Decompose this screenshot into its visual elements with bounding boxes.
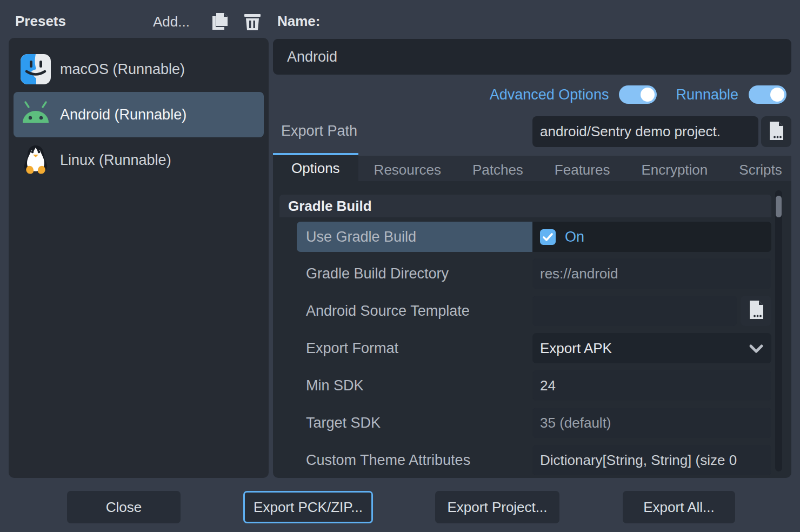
export-dialog: Presets Add...	[0, 0, 800, 532]
property-row-android-source-template: Android Source Template	[279, 296, 771, 326]
property-label: Use Gradle Build	[306, 222, 416, 252]
preset-item-android[interactable]: Android (Runnable)	[14, 92, 264, 137]
preset-name-value: Android	[287, 49, 337, 65]
property-row-gradle-build-directory: Gradle Build Directory res://android	[279, 258, 771, 289]
duplicate-preset-button[interactable]	[209, 11, 230, 32]
property-row-min-sdk: Min SDK 24	[279, 370, 771, 401]
property-label: Export Format	[306, 333, 398, 363]
toggle-knob	[770, 88, 784, 102]
field-value: Dictionary[String, String] (size 0	[540, 452, 737, 469]
export-pck-zip-button[interactable]: Export PCK/ZIP...	[243, 491, 373, 523]
preset-list: macOS (Runnable) Android (Runnable)	[9, 38, 269, 478]
property-label: Gradle Build Directory	[306, 258, 449, 289]
tab-resources[interactable]: Resources	[358, 156, 457, 184]
property-label: Android Source Template	[306, 296, 470, 326]
advanced-options-toggle[interactable]	[619, 85, 657, 104]
scrollbar-thumb[interactable]	[776, 196, 782, 217]
tab-patches[interactable]: Patches	[457, 156, 539, 184]
preset-item-linux[interactable]: Linux (Runnable)	[14, 143, 264, 177]
macos-icon	[20, 54, 51, 85]
trash-icon	[242, 25, 263, 34]
chevron-down-icon	[749, 342, 764, 358]
export-path-input[interactable]: android/Sentry demo project.	[532, 116, 758, 147]
checkbox-checked[interactable]	[540, 229, 556, 245]
property-label: Min SDK	[306, 370, 364, 401]
property-label: Custom Theme Attributes	[306, 445, 470, 475]
preset-item-label: Linux (Runnable)	[60, 152, 171, 169]
property-label: Target SDK	[306, 408, 381, 438]
presets-title: Presets	[15, 13, 66, 30]
tab-bar: Options Resources Patches Features Encry…	[273, 153, 791, 181]
export-all-button[interactable]: Export All...	[623, 491, 735, 523]
field-value: 35 (default)	[540, 415, 611, 431]
linux-icon	[20, 144, 51, 176]
preset-item-label: Android (Runnable)	[60, 107, 186, 123]
name-label: Name:	[277, 13, 320, 30]
text-field[interactable]: 24	[532, 370, 771, 401]
tab-scripts[interactable]: Scripts	[723, 156, 797, 184]
text-field[interactable]: res://android	[532, 258, 771, 289]
tab-encryption[interactable]: Encryption	[625, 156, 723, 184]
preset-item-macos[interactable]: macOS (Runnable)	[14, 52, 264, 87]
property-row-target-sdk: Target SDK 35 (default)	[279, 408, 771, 438]
delete-preset-button[interactable]	[242, 11, 263, 32]
tab-features[interactable]: Features	[539, 156, 626, 184]
export-project-button[interactable]: Export Project...	[435, 491, 559, 523]
export-format-dropdown[interactable]: Export APK	[532, 333, 771, 363]
copy-icon	[209, 25, 230, 34]
android-icon	[20, 99, 51, 130]
toggles-row: Advanced Options Runnable	[273, 81, 786, 108]
runnable-label: Runnable	[676, 87, 738, 103]
export-path-browse-button[interactable]	[761, 116, 791, 147]
text-field[interactable]	[532, 296, 737, 326]
file-dialog-icon	[747, 300, 765, 322]
property-row-custom-theme-attributes: Custom Theme Attributes Dictionary[Strin…	[279, 445, 771, 475]
tab-options[interactable]: Options	[273, 153, 358, 181]
text-field[interactable]: Dictionary[String, String] (size 0	[532, 445, 771, 475]
runnable-group: Runnable	[676, 85, 786, 104]
field-value: res://android	[540, 265, 618, 282]
property-value: On	[532, 222, 771, 252]
browse-file-button[interactable]	[741, 296, 771, 326]
advanced-options-label: Advanced Options	[490, 87, 609, 103]
dropdown-value: Export APK	[540, 340, 612, 357]
scrollbar-track[interactable]	[775, 190, 782, 471]
text-field[interactable]: 35 (default)	[532, 408, 771, 438]
add-preset-button[interactable]: Add...	[153, 14, 190, 30]
file-dialog-icon	[767, 121, 785, 143]
export-path-value: android/Sentry demo project.	[540, 123, 721, 140]
runnable-toggle[interactable]	[749, 85, 786, 104]
field-value: 24	[540, 377, 556, 394]
section-title: Gradle Build	[288, 198, 372, 215]
property-row-use-gradle-build: Use Gradle Build On	[279, 222, 771, 252]
checkbox-state-label: On	[565, 229, 584, 245]
export-path-label: Export Path	[281, 123, 357, 139]
preset-item-label: macOS (Runnable)	[60, 61, 185, 78]
close-button[interactable]: Close	[67, 491, 181, 523]
section-header-gradle-build[interactable]: Gradle Build	[279, 195, 771, 217]
options-panel: Gradle Build Use Gradle Build On Gradle …	[273, 181, 791, 478]
property-row-export-format: Export Format Export APK	[279, 333, 771, 363]
preset-name-input[interactable]: Android	[273, 39, 791, 75]
toggle-knob	[641, 88, 655, 102]
